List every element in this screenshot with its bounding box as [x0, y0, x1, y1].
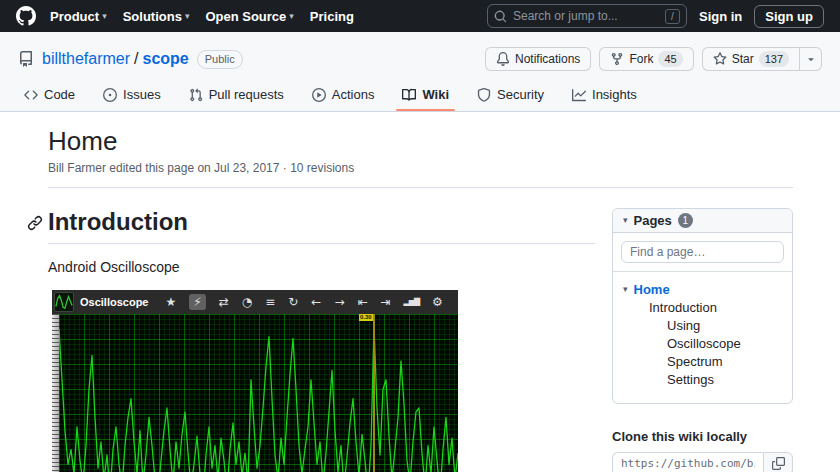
- pages-label: Pages: [634, 213, 672, 228]
- global-search-box[interactable]: /: [487, 4, 687, 28]
- tab-code[interactable]: Code: [14, 80, 85, 111]
- sync-icon[interactable]: ↻: [288, 296, 298, 308]
- pages-tree: ▾ Home Introduction Using Oscilloscope S…: [613, 272, 792, 403]
- repo-name-link[interactable]: scope: [142, 50, 188, 68]
- scope-toolbar: Oscilloscope ★ ⚡ ⇄ ◔ ≡ ↻ ← → ⇤ ⇥: [52, 290, 458, 314]
- waveform-trace: [59, 314, 458, 472]
- code-icon: [24, 88, 38, 102]
- github-wiki-page: Product▾ Solutions▾ Open Source▾ Pricing…: [0, 0, 840, 472]
- arrow-left-icon[interactable]: ←: [311, 296, 321, 308]
- nav-item-label: Pricing: [310, 9, 354, 24]
- nav-item-product[interactable]: Product▾: [50, 9, 107, 24]
- tree-item-spectrum[interactable]: Spectrum: [623, 353, 782, 371]
- gear-icon[interactable]: ⚙: [432, 296, 443, 308]
- star-label: Star: [732, 52, 754, 66]
- wiki-page-header: Home Bill Farmer edited this page on Jul…: [48, 112, 793, 188]
- repeat-icon[interactable]: ⇄: [219, 296, 229, 308]
- tree-home-label: Home: [634, 282, 670, 297]
- section-heading-introduction: Introduction: [48, 208, 595, 244]
- slash-shortcut-key: /: [665, 9, 680, 24]
- link-anchor-icon[interactable]: [27, 215, 43, 231]
- tab-label: Issues: [123, 87, 161, 102]
- clone-url-input[interactable]: [612, 452, 763, 472]
- fork-icon: [610, 52, 624, 66]
- tree-item-using[interactable]: Using: [623, 317, 782, 335]
- clone-heading: Clone this wiki locally: [612, 429, 793, 444]
- nav-item-solutions[interactable]: Solutions▾: [123, 9, 190, 24]
- repo-tabs: Code Issues Pull requests Actions Wiki S…: [0, 80, 840, 111]
- arrow-right-icon[interactable]: →: [334, 296, 344, 308]
- marker-line[interactable]: [373, 314, 375, 472]
- issue-opened-icon: [103, 88, 117, 102]
- star-icon: [713, 52, 727, 66]
- top-nav: Product▾ Solutions▾ Open Source▾ Pricing…: [0, 0, 840, 32]
- repo-header: billthefarmer / scope Public Notificatio…: [0, 32, 840, 112]
- bell-icon: [496, 52, 510, 66]
- scope-display: 0.30: [59, 314, 458, 472]
- tab-pull-requests[interactable]: Pull requests: [179, 80, 294, 111]
- nav-item-open-source[interactable]: Open Source▾: [205, 9, 293, 24]
- bar-chart-icon[interactable]: ▂▅▇: [404, 298, 419, 306]
- wiki-sidebar: ▾ Pages 1 ▾ Home Introduction Using: [612, 208, 793, 472]
- oscilloscope-screenshot[interactable]: Oscilloscope ★ ⚡ ⇄ ◔ ≡ ↻ ← → ⇤ ⇥: [52, 290, 458, 472]
- triangle-down-icon: [805, 53, 817, 65]
- tab-label: Wiki: [422, 87, 449, 102]
- pages-box: ▾ Pages 1 ▾ Home Introduction Using: [612, 208, 793, 404]
- copy-icon: [772, 457, 785, 470]
- pull-request-icon: [189, 88, 203, 102]
- tab-label: Insights: [592, 87, 637, 102]
- skip-end-icon[interactable]: ⇥: [381, 296, 391, 308]
- play-circle-icon: [312, 88, 326, 102]
- find-page-input[interactable]: [621, 241, 784, 263]
- notifications-button[interactable]: Notifications: [485, 47, 591, 71]
- repo-book-icon: [18, 51, 34, 67]
- tab-wiki[interactable]: Wiki: [392, 80, 459, 111]
- github-logo-icon[interactable]: [16, 6, 36, 26]
- sign-in-link[interactable]: Sign in: [699, 9, 742, 24]
- pages-count-badge: 1: [678, 213, 693, 228]
- clock-icon[interactable]: ◔: [242, 296, 252, 308]
- page-title: Home: [48, 125, 793, 158]
- star-icon[interactable]: ★: [165, 296, 176, 308]
- graph-icon: [572, 88, 586, 102]
- book-icon: [402, 88, 416, 102]
- chevron-down-icon: ▾: [289, 11, 294, 21]
- wiki-content: Home Bill Farmer edited this page on Jul…: [0, 112, 840, 472]
- fork-button[interactable]: Fork 45: [599, 47, 693, 71]
- heading-text: Introduction: [48, 208, 188, 235]
- tab-actions[interactable]: Actions: [302, 80, 385, 111]
- tree-item-settings[interactable]: Settings: [623, 371, 782, 389]
- sign-up-button[interactable]: Sign up: [754, 5, 824, 28]
- repo-separator: /: [134, 50, 138, 68]
- trigger-icon[interactable]: ⚡: [189, 294, 205, 310]
- scope-toolbar-icons: ★ ⚡ ⇄ ◔ ≡ ↻ ← → ⇤ ⇥ ▂▅▇ ⚙: [152, 294, 456, 310]
- wiki-body: Introduction Android Oscilloscope Oscill…: [48, 208, 595, 472]
- scope-app-icon: [54, 292, 74, 312]
- nav-item-pricing[interactable]: Pricing: [310, 9, 354, 24]
- clone-url-group: [612, 452, 793, 472]
- star-dropdown-button[interactable]: [800, 47, 822, 71]
- nav-item-label: Product: [50, 9, 99, 24]
- shield-icon: [477, 88, 491, 102]
- fork-count: 45: [658, 51, 682, 67]
- tree-item-oscilloscope[interactable]: Oscilloscope: [623, 335, 782, 353]
- tree-item-introduction[interactable]: Introduction: [623, 299, 782, 317]
- topnav-menu: Product▾ Solutions▾ Open Source▾ Pricing: [50, 9, 354, 24]
- star-button-group: Star 137: [702, 47, 822, 71]
- repo-actions: Notifications Fork 45 Star 137: [485, 47, 822, 71]
- skip-start-icon[interactable]: ⇤: [357, 296, 367, 308]
- pages-header[interactable]: ▾ Pages 1: [613, 209, 792, 233]
- fork-label: Fork: [629, 52, 653, 66]
- list-icon[interactable]: ≡: [265, 296, 275, 308]
- search-input[interactable]: [513, 9, 659, 23]
- chevron-down-icon: ▾: [185, 11, 190, 21]
- tree-item-home[interactable]: ▾ Home: [623, 280, 782, 299]
- star-button[interactable]: Star 137: [702, 47, 800, 71]
- tab-issues[interactable]: Issues: [93, 80, 171, 111]
- copy-button[interactable]: [763, 452, 793, 472]
- tab-insights[interactable]: Insights: [562, 80, 647, 111]
- tab-security[interactable]: Security: [467, 80, 554, 111]
- repo-owner-link[interactable]: billthefarmer: [42, 50, 130, 68]
- chevron-down-icon: ▾: [623, 215, 628, 225]
- topnav-right: / Sign in Sign up: [487, 4, 824, 28]
